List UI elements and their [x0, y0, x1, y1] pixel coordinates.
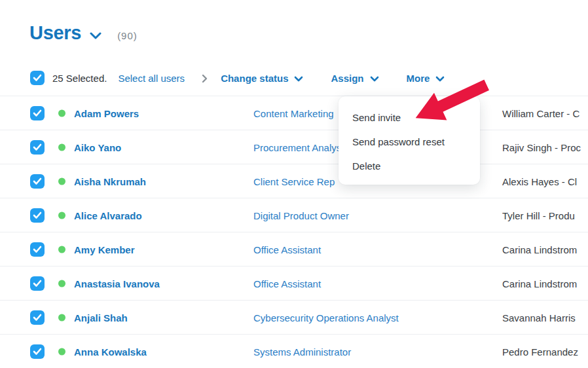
table-row: Alice Alvarado Digital Product Owner Tyl… [0, 198, 588, 232]
user-name-link[interactable]: Aisha Nkrumah [74, 175, 146, 187]
job-title-link[interactable]: Systems Administrator [253, 346, 351, 357]
status-active-dot-icon [58, 348, 65, 355]
job-title-link[interactable]: Procurement Analyst [253, 141, 344, 153]
status-active-dot-icon [58, 143, 65, 151]
chevron-right-icon [202, 74, 208, 83]
status-active-dot-icon [58, 177, 65, 185]
menu-item-send-password-reset[interactable]: Send password reset [339, 130, 480, 154]
status-active-dot-icon [58, 280, 65, 287]
table-row: Aiko Yano Procurement Analyst Rajiv Sing… [0, 130, 588, 164]
table-row: Anna Kowalska Systems Administrator Pedr… [0, 335, 588, 368]
table-row: Adam Powers Content Marketing William Ca… [0, 96, 588, 130]
table-row: Anastasia Ivanova Office Assistant Carin… [0, 267, 588, 301]
row-checkbox[interactable] [30, 242, 45, 257]
bulk-actions-toolbar: 25 Selected. Select all users Change sta… [30, 70, 445, 86]
job-title-link[interactable]: Office Assistant [253, 278, 321, 289]
change-status-menu-button[interactable]: Change status [221, 73, 303, 84]
row-checkbox[interactable] [30, 276, 45, 291]
job-title-link[interactable]: Cybersecurity Operations Analyst [253, 312, 399, 323]
chevron-down-icon [370, 76, 379, 82]
select-all-users-link[interactable]: Select all users [118, 73, 185, 84]
table-row: Amy Kember Office Assistant Carina Linds… [0, 232, 588, 267]
menu-item-send-invite[interactable]: Send invite [339, 105, 480, 130]
row-checkbox[interactable] [30, 174, 45, 189]
status-active-dot-icon [58, 212, 65, 219]
user-name-link[interactable]: Anastasia Ivanova [74, 278, 160, 289]
manager-cell: Alexis Hayes - Cl [502, 175, 577, 187]
manager-cell: Savannah Harris [502, 312, 576, 323]
user-name-link[interactable]: Aiko Yano [74, 141, 121, 153]
assign-dropdown-menu: Send invite Send password reset Delete [339, 96, 480, 185]
table-row: Anjali Shah Cybersecurity Operations Ana… [0, 301, 588, 335]
job-title-link[interactable]: Digital Product Owner [253, 210, 349, 221]
selected-count-text: 25 Selected. [52, 73, 107, 84]
status-active-dot-icon [58, 246, 65, 253]
users-table: Adam Powers Content Marketing William Ca… [0, 96, 588, 368]
title-chevron-down-icon[interactable] [90, 32, 101, 39]
manager-cell: Rajiv Singh - Proc [502, 141, 581, 153]
status-active-dot-icon [58, 314, 65, 321]
change-status-label: Change status [221, 73, 288, 84]
job-title-link[interactable]: Client Service Rep [253, 175, 335, 187]
user-name-link[interactable]: Anjali Shah [74, 312, 128, 323]
row-checkbox[interactable] [30, 208, 45, 223]
more-menu-button[interactable]: More [407, 73, 445, 84]
row-checkbox[interactable] [30, 310, 45, 325]
user-name-link[interactable]: Amy Kember [74, 244, 135, 255]
assign-label: Assign [331, 73, 363, 84]
manager-cell: Pedro Fernandez [502, 346, 578, 357]
row-checkbox[interactable] [30, 140, 45, 155]
job-title-link[interactable]: Office Assistant [253, 244, 321, 255]
manager-cell: Carina Lindstrom [502, 244, 577, 255]
manager-cell: Tyler Hill - Produ [502, 210, 575, 221]
user-name-link[interactable]: Alice Alvarado [74, 210, 142, 221]
user-count: (90) [117, 30, 138, 41]
chevron-down-icon [435, 76, 445, 82]
assign-menu-button[interactable]: Assign [331, 73, 378, 84]
more-label: More [407, 73, 430, 84]
chevron-down-icon [294, 76, 303, 82]
manager-cell: William Carter - C [502, 107, 579, 119]
select-all-checkbox[interactable] [30, 71, 45, 85]
status-active-dot-icon [58, 109, 65, 117]
page-title: Users [29, 22, 81, 44]
row-checkbox[interactable] [30, 344, 45, 359]
user-name-link[interactable]: Anna Kowalska [74, 346, 147, 357]
manager-cell: Carina Lindstrom [502, 278, 577, 289]
page-header: Users (90) [29, 22, 138, 44]
row-checkbox[interactable] [30, 106, 45, 120]
job-title-link[interactable]: Content Marketing [253, 107, 334, 119]
user-name-link[interactable]: Adam Powers [74, 107, 139, 119]
table-row: Aisha Nkrumah Client Service Rep Alexis … [0, 164, 588, 198]
menu-item-delete[interactable]: Delete [339, 154, 480, 178]
